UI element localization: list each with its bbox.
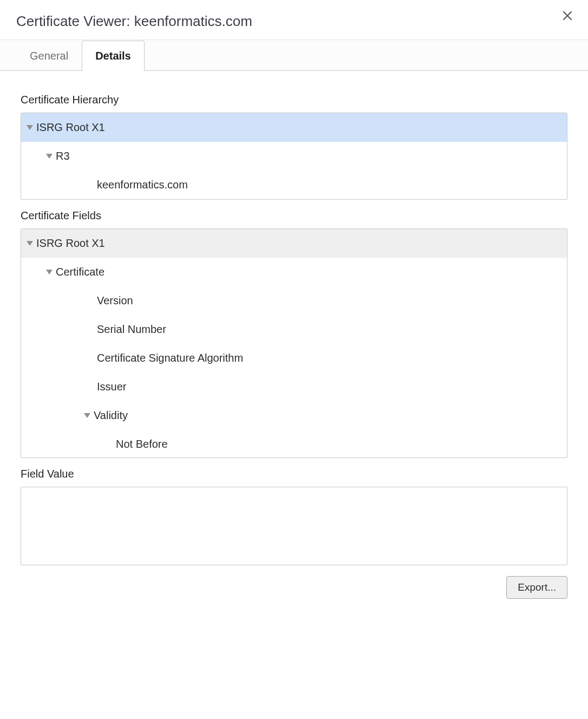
fields-item-label: Certificate Signature Algorithm <box>97 352 243 364</box>
tab-details[interactable]: Details <box>82 41 145 71</box>
export-button[interactable]: Export... <box>506 576 567 599</box>
certificate-hierarchy-panel: ISRG Root X1 R3 keenformatics.com <box>21 113 567 200</box>
fields-item-version[interactable]: Version <box>21 286 567 315</box>
fields-item-signature-algorithm[interactable]: Certificate Signature Algorithm <box>21 344 567 372</box>
fields-item-issuer[interactable]: Issuer <box>21 372 567 401</box>
chevron-down-icon <box>83 411 92 420</box>
tabs: General Details <box>0 41 588 71</box>
fields-item-label: Certificate <box>56 266 104 278</box>
fields-item-label: ISRG Root X1 <box>36 237 105 250</box>
svg-marker-2 <box>27 241 33 246</box>
hierarchy-item-label: ISRG Root X1 <box>36 121 105 134</box>
hierarchy-item-label: R3 <box>56 150 70 162</box>
close-button[interactable] <box>560 9 575 24</box>
fields-item-validity[interactable]: Validity <box>21 401 567 430</box>
dialog-title: Certificate Viewer: keenformatics.com <box>16 13 252 40</box>
fields-item-label: Validity <box>94 409 128 422</box>
section-label-field-value: Field Value <box>21 468 567 480</box>
fields-item-label: Version <box>97 295 133 307</box>
chevron-down-icon <box>25 239 34 248</box>
svg-marker-3 <box>46 270 53 274</box>
close-icon <box>563 9 572 24</box>
fields-item-certificate[interactable]: Certificate <box>21 258 567 286</box>
svg-marker-1 <box>46 154 53 159</box>
hierarchy-item-leaf[interactable]: keenformatics.com <box>21 171 567 199</box>
field-value-panel <box>21 487 567 565</box>
hierarchy-item-label: keenformatics.com <box>97 179 188 191</box>
hierarchy-item-intermediate[interactable]: R3 <box>21 142 567 171</box>
certificate-fields-panel: ISRG Root X1 Certificate Version Serial … <box>21 228 567 458</box>
fields-item-label: Serial Number <box>97 323 166 336</box>
chevron-down-icon <box>25 123 34 132</box>
fields-item-root[interactable]: ISRG Root X1 <box>21 229 567 258</box>
chevron-down-icon <box>45 268 54 277</box>
hierarchy-item-root[interactable]: ISRG Root X1 <box>21 113 567 142</box>
section-label-fields: Certificate Fields <box>21 210 567 222</box>
svg-marker-0 <box>27 125 33 130</box>
field-value-text <box>21 487 567 498</box>
chevron-down-icon <box>45 152 54 161</box>
fields-item-label: Not Before <box>116 438 168 450</box>
tab-general[interactable]: General <box>16 41 82 71</box>
fields-item-not-before[interactable]: Not Before <box>21 430 567 457</box>
section-label-hierarchy: Certificate Hierarchy <box>21 94 567 106</box>
certificate-fields-scroll[interactable]: ISRG Root X1 Certificate Version Serial … <box>21 229 567 457</box>
fields-item-serial-number[interactable]: Serial Number <box>21 315 567 344</box>
svg-marker-4 <box>84 413 90 418</box>
fields-item-label: Issuer <box>97 381 126 393</box>
